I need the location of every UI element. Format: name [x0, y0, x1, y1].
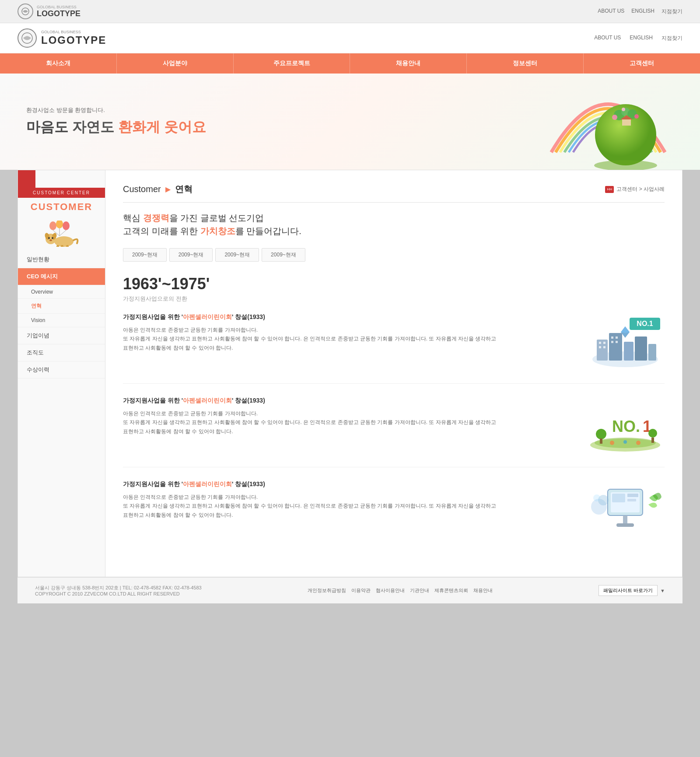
- history-image-svg-1: NO. 1: [588, 399, 662, 452]
- nav-item-4[interactable]: 정보센터: [467, 53, 584, 74]
- breadcrumb-icon: HH: [605, 186, 614, 193]
- family-site-button[interactable]: 패밀리사이트 바로가기: [598, 585, 658, 596]
- timeline-tab-2[interactable]: 2009~현재: [215, 248, 259, 262]
- top-link-english[interactable]: ENGLISH: [631, 8, 654, 15]
- svg-rect-9: [622, 119, 631, 126]
- footer-link-privacy[interactable]: 개인정보취급방침: [308, 587, 346, 594]
- footer-link-org[interactable]: 기관안내: [410, 587, 429, 594]
- svg-rect-37: [603, 346, 606, 348]
- svg-point-55: [623, 440, 627, 444]
- history-image-svg-0: NO.1: [588, 315, 662, 368]
- svg-rect-29: [597, 340, 608, 361]
- breadcrumb-right: HH 고객센터 > 사업사례: [605, 186, 665, 193]
- timeline-tab-0[interactable]: 2009~현재: [123, 248, 167, 262]
- svg-point-12: [49, 221, 56, 230]
- svg-rect-35: [603, 342, 606, 344]
- footer: 서울시 강동구 성내동 538-8번지 202호 | TEL: 02-478-4…: [18, 577, 682, 603]
- banner-text: 환경사업소 방문을 환영합니다. 마음도 자연도 환화게 웃어요: [26, 106, 206, 137]
- banner: 환경사업소 방문을 환영합니다. 마음도 자연도 환화게 웃어요: [0, 74, 700, 170]
- timeline-tab-1[interactable]: 2009~현재: [169, 248, 213, 262]
- main-content: Customer ▶ 연혁 HH 고객센터 > 사업사례 핵심 경쟁력을 가진 …: [105, 170, 682, 577]
- sidebar-sub-history[interactable]: 연혁: [18, 299, 105, 314]
- footer-links: 개인정보취급방침 이용약관 협사이용안내 기관안내 제휴콘텐츠의뢰 채용안내: [308, 587, 493, 594]
- footer-link-terms[interactable]: 이용약관: [351, 587, 371, 594]
- main-nav: 회사소개 사업분야 주요프로젝트 채용안내 정보센터 고객센터: [0, 53, 700, 74]
- svg-point-13: [56, 221, 63, 228]
- history-title-1: 가정지원사업을 위한 '아펜셀러이린이회' 창설(1933): [123, 397, 577, 405]
- dropdown-arrow-icon[interactable]: ▼: [660, 588, 665, 593]
- svg-line-17: [60, 230, 66, 236]
- svg-point-14: [63, 221, 70, 230]
- svg-rect-36: [599, 346, 601, 348]
- history-desc-1: 아동은 인격적으로 존중받고 균등한 기회를 가져야합니다. 또 자유롭게 자신…: [123, 409, 577, 436]
- footer-link-usage[interactable]: 협사이용안내: [376, 587, 405, 594]
- sidebar-item-philosophy[interactable]: 기업이념: [18, 327, 105, 344]
- header-link-english[interactable]: ENGLISH: [630, 35, 653, 42]
- breadcrumb-arrow: ▶: [165, 185, 171, 193]
- footer-link-contents[interactable]: 제휴콘텐츠의뢰: [434, 587, 468, 594]
- svg-rect-59: [612, 494, 625, 502]
- svg-point-54: [610, 441, 614, 445]
- svg-rect-63: [616, 523, 634, 527]
- svg-point-56: [636, 441, 640, 445]
- sidebar-item-org[interactable]: 조직도: [18, 344, 105, 361]
- nav-item-0[interactable]: 회사소개: [0, 53, 117, 74]
- top-logo: GOLOBAL BUSINESS LOGOTYPE: [18, 4, 80, 19]
- sidebar-title: CUSTOMER: [18, 198, 105, 216]
- banner-main-text: 마음도 자연도 환화게 웃어요: [26, 118, 206, 137]
- sidebar: CUSTOMER CENTER CUSTOMER: [18, 170, 105, 577]
- svg-rect-38: [611, 336, 613, 339]
- svg-rect-40: [611, 341, 613, 343]
- top-link-about[interactable]: ABOUT US: [598, 8, 624, 15]
- year-heading: 1963'~1975': [123, 275, 665, 293]
- footer-link-recruit[interactable]: 채용안내: [473, 587, 493, 594]
- svg-rect-34: [599, 342, 601, 344]
- nav-item-3[interactable]: 채용안내: [350, 53, 467, 74]
- svg-rect-33: [648, 344, 656, 361]
- nav-item-5[interactable]: 고객센터: [584, 53, 700, 74]
- svg-rect-62: [623, 515, 627, 524]
- sidebar-sub-vision[interactable]: Vision: [18, 314, 105, 327]
- svg-text:NO.: NO.: [612, 417, 640, 435]
- footer-right: 패밀리사이트 바로가기 ▼: [598, 585, 665, 596]
- site-logo: GOLOBAL BUSINESS LOGOTYPE: [18, 28, 106, 48]
- svg-rect-53: [651, 438, 654, 443]
- svg-text:NO.1: NO.1: [637, 320, 653, 327]
- sidebar-header-label: CUSTOMER CENTER: [18, 188, 105, 198]
- page-title-area: Customer ▶ 연혁: [123, 183, 192, 195]
- history-title-2: 가정지원사업을 위한 '아펜셀러이린이회' 창설(1933): [123, 480, 577, 488]
- nav-item-1[interactable]: 사업분야: [117, 53, 234, 74]
- sidebar-sub-overview[interactable]: Overview: [18, 285, 105, 299]
- timeline-tabs: 2009~현재 2009~현재 2009~현재 2009~현재: [123, 248, 665, 262]
- svg-rect-60: [627, 494, 638, 497]
- sidebar-item-ceo[interactable]: CEO 메시지: [18, 268, 105, 285]
- top-links: ABOUT US ENGLISH 지점찾기: [598, 8, 682, 15]
- breadcrumb-bar: Customer ▶ 연혁 HH 고객센터 > 사업사례: [123, 183, 665, 203]
- history-item-2: 가정지원사업을 위한 '아펜셀러이린이회' 창설(1933) 아동은 인격적으로…: [123, 480, 665, 550]
- page-title-main: Customer: [123, 184, 161, 194]
- svg-point-8: [622, 108, 625, 111]
- svg-point-22: [48, 237, 50, 239]
- year-sub: 가정지원사업으로의 전환: [123, 295, 665, 303]
- header-link-branch[interactable]: 지점찾기: [662, 35, 682, 42]
- svg-marker-45: [621, 326, 630, 333]
- timeline-tab-3[interactable]: 2009~현재: [262, 248, 305, 262]
- top-link-branch[interactable]: 지점찾기: [662, 8, 682, 15]
- site-logo-circle: [18, 28, 37, 48]
- history-item-0: 가정지원사업을 위한 '아펜셀러이린이회' 창설(1933) 아동은 인격적으로…: [123, 313, 665, 384]
- nav-item-2[interactable]: 주요프로젝트: [234, 53, 350, 74]
- header-link-about[interactable]: ABOUT US: [594, 35, 621, 42]
- mascot-dog-svg: [40, 221, 84, 247]
- banner-decoration: [542, 74, 674, 170]
- history-text-2: 가정지원사업을 위한 '아펜셀러이린이회' 창설(1933) 아동은 인격적으로…: [123, 480, 577, 519]
- svg-rect-31: [624, 342, 634, 361]
- history-image-2: [586, 480, 665, 537]
- sidebar-mascot: [18, 216, 105, 251]
- sidebar-item-general[interactable]: 일반현황: [18, 251, 105, 268]
- sidebar-item-awards[interactable]: 수상이력: [18, 361, 105, 378]
- history-title-0: 가정지원사업을 위한 '아펜셀러이린이회' 창설(1933): [123, 313, 577, 321]
- svg-rect-51: [600, 438, 602, 444]
- history-image-svg-2: [588, 480, 662, 537]
- top-logo-circle: [18, 4, 33, 19]
- history-text-1: 가정지원사업을 위한 '아펜셀러이린이회' 창설(1933) 아동은 인격적으로…: [123, 397, 577, 436]
